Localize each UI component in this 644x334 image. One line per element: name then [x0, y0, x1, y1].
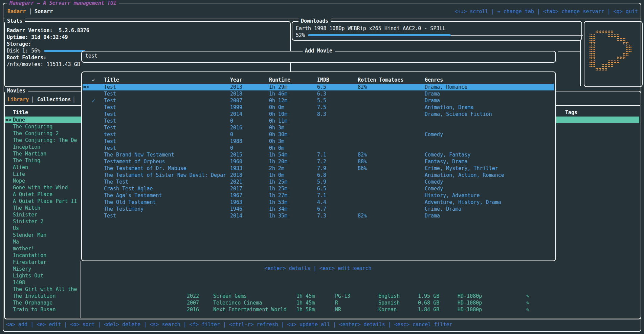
movie-title: Sinister 2	[13, 218, 43, 225]
movie-list-item[interactable]: Us	[5, 225, 81, 232]
result-row[interactable]: Test20160h 3m	[83, 124, 554, 131]
cell-imdb: 6.3	[317, 90, 326, 97]
movie-list-item[interactable]: mother!	[5, 245, 81, 252]
result-row[interactable]: Test00h 11m	[83, 118, 554, 124]
result-row[interactable]: Testament of Orpheus19601h 20m7.288%Fant…	[83, 158, 554, 165]
movie-list-item[interactable]: The Conjuring 2	[5, 130, 81, 137]
logo-dot	[614, 60, 616, 63]
logo-dot	[623, 53, 625, 56]
logo-dot	[608, 60, 610, 63]
movie-list-item[interactable]: Nope	[5, 178, 81, 184]
logo-dot	[590, 45, 592, 48]
movie-list-item[interactable]: The Conjuring: The De	[5, 137, 81, 144]
cell-genres: Crime, Mystery, Thriller	[425, 165, 498, 172]
result-row[interactable]: Test20141h 35m7.382%Drama	[83, 212, 554, 219]
movie-title: A Quiet Place Part II	[13, 198, 77, 205]
movie-list-item[interactable]: Firestarter	[5, 259, 81, 266]
movie-list-item[interactable]: Slender Man	[5, 232, 81, 238]
movie-title: Incantation	[13, 252, 46, 259]
result-row[interactable]: ✓Test20070h 12m5.5Drama	[83, 97, 554, 104]
movie-title: The Witch	[13, 205, 40, 211]
cell-year: 1933	[230, 165, 242, 172]
movies-tab-separator: │	[31, 96, 34, 103]
tab-collections[interactable]: Collections	[37, 96, 71, 103]
movie-list-item[interactable]: The Thing	[5, 157, 81, 164]
logo-dot	[611, 30, 613, 34]
cell-runtime: 0h 30m	[269, 131, 287, 138]
selection-arrow: =>	[83, 84, 89, 90]
logo-dot	[623, 57, 625, 60]
movie-list-item[interactable]: Inception	[5, 144, 81, 150]
tab-separator: │	[29, 8, 32, 15]
movie-list-item[interactable]: The Girl with All the	[5, 286, 81, 293]
logo-dot	[596, 68, 598, 71]
movie-list-item[interactable]: Gone with the Wind	[5, 184, 81, 191]
tab-sonarr[interactable]: Sonarr	[35, 8, 53, 15]
movie-list-item[interactable]: A Quiet Place Part II	[5, 198, 81, 205]
result-row[interactable]: Test00h 0m	[83, 145, 554, 151]
result-row[interactable]: Crash Test Aglae20171h 25m6.5Comedy	[83, 185, 554, 192]
movie-list-item[interactable]: 1408	[5, 279, 81, 286]
result-row[interactable]: The Old Testament19631h 53m4.4Adventure,…	[83, 199, 554, 206]
logo-dot	[590, 60, 592, 63]
movie-list-item[interactable]: Sinister 2	[5, 218, 81, 225]
result-row[interactable]: =>Test20131h 29m6.582%Drama, Romance	[83, 84, 554, 90]
result-row[interactable]: The Aga's Testament19671h 27m7.1History,…	[83, 192, 554, 199]
cell-imdb: 7.1	[317, 192, 326, 199]
add-movie-search-box: Add Movie	[81, 51, 556, 63]
result-row[interactable]: Test20181h 46m6.3Drama	[83, 90, 554, 97]
movie-list-item[interactable]: Incantation	[5, 252, 81, 259]
tab-library[interactable]: Library	[7, 96, 29, 103]
logo-dot	[608, 64, 610, 67]
movie-list-item[interactable]: The Martian	[5, 150, 81, 157]
result-row[interactable]: Test19990h 0m7.5Animation, Drama	[83, 104, 554, 111]
cell-title: Test	[104, 84, 116, 90]
cell-genres: Drama, Romance	[425, 84, 467, 90]
movie-list-item[interactable]: The Witch	[5, 205, 81, 211]
movie-list-item[interactable]: Alien	[5, 164, 81, 171]
cell-runtime: 1h 46m	[269, 90, 287, 97]
movie-list-item[interactable]: Ma	[5, 238, 81, 245]
result-row[interactable]: The Testament of Sister New Devil: Depar…	[83, 172, 554, 179]
logo-dot	[590, 38, 592, 41]
result-row[interactable]: Test19880h 3m	[83, 138, 554, 145]
cell-studio: Screen Gems	[213, 293, 247, 299]
result-row[interactable]: The Test20211h 25m5.9Comedy	[83, 179, 554, 185]
cell-title: The Testament of Dr. Mabuse	[104, 165, 186, 172]
result-row[interactable]: Test20140h 10m8.3Drama, Science Fiction	[83, 111, 554, 118]
result-row[interactable]: test00h 30mComedy	[83, 131, 554, 138]
add-movie-search-input[interactable]	[85, 53, 549, 59]
edit-pencil-icon: ✎	[526, 293, 529, 299]
cell-title: The Aga's Testament	[104, 192, 162, 199]
result-row[interactable]: The Testimony19461h 34m6.7Crime, Drama	[83, 206, 554, 212]
movie-list-item[interactable]: Sinister	[5, 211, 81, 218]
cell-genres: Fantasy, Drama	[425, 158, 467, 165]
movie-list-item[interactable]: The Conjuring	[5, 123, 81, 130]
cell-quality: HD-1080p	[458, 299, 482, 306]
logo-dot	[605, 68, 607, 71]
cell-rotten-tomatoes: 82%	[358, 151, 367, 158]
cell-runtime: 2h 2m	[269, 165, 284, 172]
cell-year: 2018	[230, 90, 242, 97]
selection-arrow: =>	[5, 117, 12, 123]
add-movie-keybind-hints: <enter> details | <esc> edit search	[81, 265, 555, 272]
cell-runtime: 1h 58m	[296, 306, 315, 313]
logo-dot	[596, 30, 598, 34]
movie-list-item[interactable]: Life	[5, 171, 81, 178]
movie-list-item[interactable]: A Quiet Place	[5, 191, 81, 198]
cell-year: 1988	[230, 138, 242, 145]
cell-rotten-tomatoes: 82%	[358, 84, 367, 90]
logo-dot	[626, 49, 628, 52]
cell-imdb: 5.5	[317, 97, 326, 104]
cell-genres: Drama	[425, 212, 440, 219]
movie-list-item[interactable]: Lights Out	[5, 272, 81, 279]
movie-detail-row: 2016Next Entertainment World1h 58mNRKore…	[0, 306, 644, 313]
movies-tags-header: Tags	[565, 109, 577, 116]
download-progress-bar	[308, 34, 451, 36]
tab-radarr[interactable]: Radarr	[7, 8, 26, 15]
result-row[interactable]: The Testament of Dr. Mabuse19332h 2m7.98…	[83, 165, 554, 172]
result-row[interactable]: The Brand New Testament20151h 54m7.182%C…	[83, 151, 554, 158]
logo-dot	[617, 57, 619, 60]
download-item[interactable]: Earth 1998 1080p WEBRip x265 Hindi AAC2.…	[296, 25, 446, 32]
movie-list-item[interactable]: Misery	[5, 266, 81, 272]
